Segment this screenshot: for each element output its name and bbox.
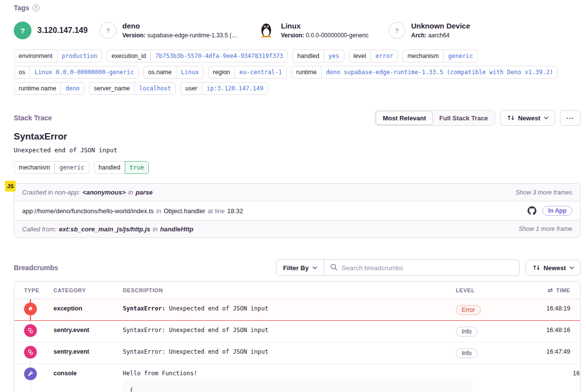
breadcrumbs-title: Breadcrumbs <box>14 264 58 272</box>
breadcrumb-description: SyntaxError: Unexpected end of JSON inpu… <box>123 321 456 342</box>
breadcrumbs-table: TYPE CATEGORY DESCRIPTION LEVEL ⇄ TIME e… <box>14 281 581 392</box>
tag-server-name[interactable]: server_namelocalhost <box>89 82 176 95</box>
pill-mechanism[interactable]: mechanismgeneric <box>14 161 89 174</box>
sentry-event-icon <box>24 324 37 337</box>
tag-user[interactable]: userip:3.120.147.149 <box>180 82 268 95</box>
stack-frame-collapsed[interactable]: Called from: ext:sb_core_main_js/js/http… <box>14 220 580 237</box>
entity-user-ip[interactable]: ? 3.120.147.149 <box>14 19 100 42</box>
tag-region[interactable]: regioneu-central-1 <box>208 66 287 79</box>
level-badge-info: Info <box>456 348 477 358</box>
unknown-device-icon: ? <box>389 22 405 39</box>
breadcrumb-row-console[interactable]: console Hello from Functions! { argument… <box>14 364 580 392</box>
breadcrumbs-table-header: TYPE CATEGORY DESCRIPTION LEVEL ⇄ TIME <box>14 281 580 299</box>
stack-frame-collapsed[interactable]: Crashed in non-app: <anonymous> in parse… <box>14 184 580 201</box>
col-category: CATEGORY <box>54 287 123 293</box>
breadcrumb-description: SyntaxError: Unexpected end of JSON inpu… <box>123 299 456 320</box>
stack-more-options-button[interactable]: ··· <box>560 110 581 126</box>
event-detail-page: Tags ? ? 3.120.147.149 ? deno Version: s… <box>0 0 586 392</box>
tag-handled[interactable]: handledyes <box>292 50 344 62</box>
entity-os-linux[interactable]: Linux Version: 0.0.0-00000000-generic <box>257 19 389 42</box>
search-icon <box>330 263 337 273</box>
tag-os[interactable]: osLinux 0.0.0-00000000-generic <box>14 66 139 79</box>
breadcrumb-category: console <box>54 364 123 392</box>
breadcrumb-row-exception[interactable]: exception SyntaxError: Unexpected end of… <box>14 299 580 321</box>
entity-subtext: Arch: aarch64 <box>411 32 470 39</box>
user-avatar-icon: ? <box>14 22 31 39</box>
frame-function: Object.handler <box>164 207 205 215</box>
tags-section-title: Tags ? <box>14 4 581 12</box>
stack-frames: Crashed in non-app: <anonymous> in parse… <box>14 183 581 238</box>
console-arguments-code[interactable]: { arguments : [ <box>123 381 473 392</box>
stack-frame-in-app[interactable]: app://home/deno/functions/hello-world/in… <box>14 201 580 220</box>
col-time-sort[interactable]: ⇄ TIME <box>516 286 570 294</box>
breadcrumb-row-sentry-event[interactable]: sentry.event SyntaxError: Unexpected end… <box>14 321 580 342</box>
unknown-runtime-icon: ? <box>100 22 116 39</box>
in-app-badge: In App <box>542 206 572 216</box>
tag-runtime[interactable]: runtimedeno supabase-edge-runtime-1.33.5… <box>291 66 558 79</box>
stack-trace-title: Stack Trace <box>14 114 52 122</box>
search-input[interactable] <box>341 264 513 272</box>
breadcrumb-time: 16:48:16 <box>516 321 570 342</box>
breadcrumb-category: sentry.event <box>54 342 123 364</box>
col-level: LEVEL <box>456 287 516 293</box>
stack-sort-dropdown[interactable]: ↑↓ Newest <box>500 110 555 126</box>
exception-flame-icon <box>24 303 37 315</box>
breadcrumb-sort-dropdown[interactable]: ↑↓ Newest <box>526 260 581 276</box>
sort-arrows-icon: ↑↓ <box>532 264 539 271</box>
entity-subtext: Version: 0.0.0-00000000-generic <box>281 32 368 39</box>
entity-name: Linux <box>281 22 368 31</box>
tag-pills: environmentproduction execution_id7b753b… <box>14 50 581 95</box>
level-badge-error: Error <box>456 305 481 315</box>
entity-runtime-deno[interactable]: ? deno Version: supabase-edge-runtime-1.… <box>100 19 257 42</box>
sort-swap-icon: ⇄ <box>548 286 554 294</box>
entity-name: Unknown Device <box>411 22 470 31</box>
breadcrumb-description: Hello from Functions! { arguments : [ <box>123 364 482 392</box>
breadcrumb-description: SyntaxError: Unexpected end of JSON inpu… <box>123 342 456 364</box>
entity-name: 3.120.147.149 <box>37 26 87 35</box>
tag-runtime-name[interactable]: runtime.namedeno <box>14 82 84 95</box>
toggle-most-relevant[interactable]: Most Relevant <box>376 111 433 125</box>
breadcrumb-search[interactable] <box>324 259 520 276</box>
error-message: Unexpected end of JSON input <box>14 146 581 154</box>
linux-tux-icon <box>257 21 275 40</box>
breadcrumb-time: 16:47:49 <box>543 364 581 392</box>
frame-line-number: 18:32 <box>227 207 244 215</box>
breadcrumb-category: exception <box>54 299 123 320</box>
tag-level[interactable]: levelerror <box>349 50 398 62</box>
pill-handled[interactable]: handledtrue <box>94 161 149 174</box>
level-badge-info: Info <box>456 327 477 336</box>
breadcrumb-category: sentry.event <box>54 321 123 342</box>
breadcrumb-row-sentry-event[interactable]: sentry.event SyntaxError: Unexpected end… <box>14 342 580 364</box>
frame-path: app://home/deno/functions/hello-world/in… <box>22 207 154 215</box>
entity-name: deno <box>122 22 237 31</box>
breadcrumb-time: 16:48:19 <box>516 299 570 320</box>
filter-by-dropdown[interactable]: Filter By <box>276 259 324 276</box>
sentry-event-icon <box>24 346 37 359</box>
javascript-platform-badge: JS <box>5 181 16 192</box>
show-more-frames-link[interactable]: Show 3 more frames <box>516 189 572 196</box>
entity-summary-row: ? 3.120.147.149 ? deno Version: supabase… <box>14 19 581 42</box>
chevron-down-icon <box>544 116 549 119</box>
github-icon[interactable] <box>528 206 536 215</box>
tag-mechanism[interactable]: mechanismgeneric <box>402 50 478 62</box>
toggle-full-stack-trace[interactable]: Full Stack Trace <box>433 111 494 125</box>
col-description: DESCRIPTION <box>123 287 456 293</box>
stack-view-toggle: Most Relevant Full Stack Trace <box>375 110 495 126</box>
show-more-frames-link[interactable]: Show 1 more frame <box>519 225 572 232</box>
chevron-down-icon <box>569 266 574 269</box>
error-type-title: SyntaxError <box>14 131 581 142</box>
tag-environment[interactable]: environmentproduction <box>14 50 102 62</box>
help-icon[interactable]: ? <box>32 4 39 11</box>
tag-os-name[interactable]: os.nameLinux <box>143 66 204 79</box>
tags-title-label: Tags <box>14 4 29 12</box>
sort-arrows-icon: ↑↓ <box>506 114 513 121</box>
tag-execution-id[interactable]: execution_id7b753b3b-5570-4dfa-9ee4-9347… <box>107 50 288 62</box>
entity-device-unknown[interactable]: ? Unknown Device Arch: aarch64 <box>389 19 470 42</box>
breadcrumb-time: 16:47:49 <box>516 342 570 364</box>
col-type: TYPE <box>24 287 54 293</box>
chevron-down-icon <box>312 266 317 269</box>
entity-subtext: Version: supabase-edge-runtime-1.33.5 (… <box>122 32 237 39</box>
console-wrench-icon <box>24 367 37 380</box>
